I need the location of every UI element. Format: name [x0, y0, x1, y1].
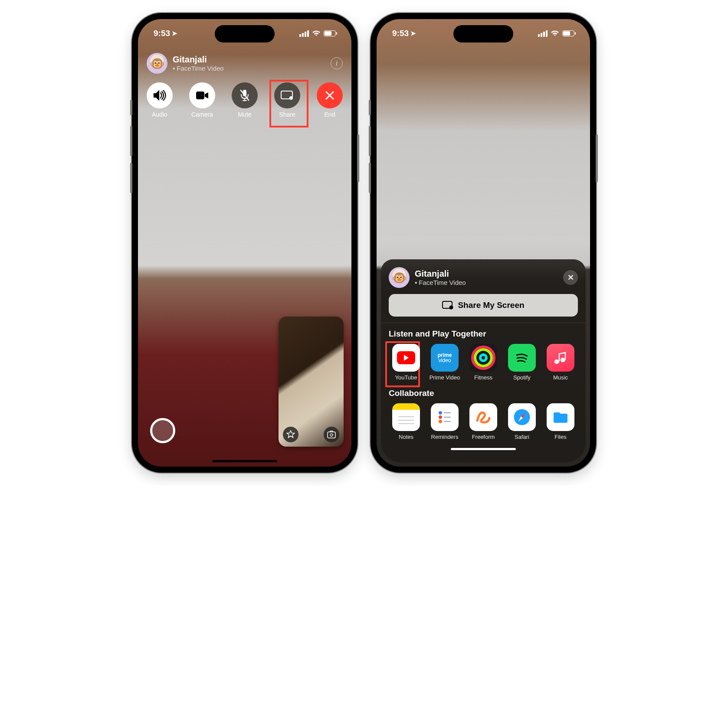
fitness-icon[interactable] — [469, 344, 497, 372]
svg-point-14 — [439, 415, 442, 419]
screen-left: 9:53 ➤ 🐵 Gitanjali ▪ FaceTime Video i — [138, 19, 351, 467]
freeform-label: Freeform — [472, 434, 495, 440]
volume-up[interactable] — [369, 126, 371, 156]
call-type: FaceTime Video — [419, 279, 466, 286]
video-icon: ▪ — [415, 279, 417, 286]
audio-label: Audio — [152, 111, 167, 118]
safari-label: Safari — [515, 434, 529, 440]
video-icon: ▪ — [173, 65, 175, 72]
cellular-icon — [299, 30, 309, 37]
music-icon[interactable] — [547, 344, 574, 372]
camera-button[interactable] — [189, 82, 215, 108]
cellular-icon — [538, 30, 548, 37]
power-button[interactable] — [357, 134, 359, 182]
svg-point-9 — [449, 306, 453, 310]
reminders-label: Reminders — [431, 434, 459, 440]
divider — [381, 323, 586, 323]
mute-label: Mute — [238, 111, 251, 118]
home-indicator[interactable] — [212, 460, 277, 462]
status-time: 9:53 — [154, 29, 170, 38]
collab-apps-row: Notes Reminders Freeform — [389, 403, 578, 440]
notes-label: Notes — [399, 434, 413, 440]
call-controls: Audio Camera Mute Share — [147, 82, 343, 118]
effects-button[interactable] — [283, 427, 298, 442]
silent-switch[interactable] — [369, 100, 371, 115]
home-indicator[interactable] — [451, 448, 516, 450]
avatar[interactable]: 🐵 — [147, 53, 167, 74]
call-type: FaceTime Video — [177, 65, 223, 72]
self-view[interactable] — [279, 317, 344, 447]
listen-apps-row: YouTube primevideo Prime Video Fitness S… — [389, 344, 578, 381]
svg-rect-7 — [328, 432, 335, 438]
freeform-icon[interactable] — [469, 403, 497, 431]
wifi-icon — [551, 30, 559, 36]
collab-section-title: Collaborate — [389, 389, 578, 398]
end-button[interactable] — [317, 82, 343, 108]
screen-right: 9:53 ➤ 🐵 Gitanjali ▪ FaceTime Video — [377, 19, 590, 467]
svg-point-13 — [439, 411, 442, 415]
caller-name: Gitanjali — [415, 269, 466, 279]
share-my-screen-label: Share My Screen — [458, 301, 524, 310]
camera-label: Camera — [191, 111, 213, 118]
files-icon[interactable] — [547, 403, 574, 431]
listen-section-title: Listen and Play Together — [389, 329, 578, 339]
music-label: Music — [553, 374, 568, 381]
youtube-icon[interactable] — [392, 344, 420, 372]
avatar[interactable]: 🐵 — [389, 267, 410, 288]
svg-point-12 — [562, 358, 565, 362]
volume-down[interactable] — [369, 163, 371, 193]
share-sheet: 🐵 Gitanjali ▪ FaceTime Video ✕ Share My … — [381, 259, 586, 462]
silent-switch[interactable] — [130, 100, 132, 115]
fitness-label: Fitness — [474, 374, 492, 381]
svg-point-11 — [556, 360, 559, 363]
volume-down[interactable] — [130, 163, 132, 193]
spotify-icon[interactable] — [508, 344, 536, 372]
mute-button[interactable] — [232, 82, 258, 108]
shutter-button[interactable] — [150, 418, 175, 443]
svg-rect-0 — [196, 91, 204, 99]
prime-label: Prime Video — [430, 374, 460, 381]
call-header: 🐵 Gitanjali ▪ FaceTime Video i — [147, 53, 343, 74]
highlight-share — [269, 80, 308, 127]
safari-icon[interactable] — [508, 403, 536, 431]
volume-up[interactable] — [130, 126, 132, 156]
share-my-screen-button[interactable]: Share My Screen — [389, 294, 578, 317]
battery-icon — [562, 30, 574, 36]
end-label: End — [325, 111, 335, 118]
spotify-label: Spotify — [513, 374, 531, 381]
location-icon: ➤ — [410, 29, 416, 37]
reminders-icon[interactable] — [431, 403, 459, 431]
audio-button[interactable] — [147, 82, 173, 108]
dynamic-island — [453, 25, 513, 42]
close-button[interactable]: ✕ — [563, 270, 578, 285]
location-icon: ➤ — [172, 29, 177, 37]
status-time: 9:53 — [392, 29, 409, 38]
svg-point-15 — [439, 420, 442, 423]
battery-icon — [324, 30, 336, 36]
files-label: Files — [554, 434, 566, 440]
wifi-icon — [312, 30, 321, 36]
phone-left: 9:53 ➤ 🐵 Gitanjali ▪ FaceTime Video i — [132, 13, 357, 473]
phone-right: 9:53 ➤ 🐵 Gitanjali ▪ FaceTime Video — [371, 13, 596, 473]
caller-name: Gitanjali — [173, 55, 224, 65]
flip-camera-button[interactable] — [324, 427, 339, 442]
prime-video-icon[interactable]: primevideo — [431, 344, 459, 372]
power-button[interactable] — [596, 134, 598, 182]
notes-icon[interactable] — [392, 403, 420, 431]
dynamic-island — [215, 25, 275, 42]
info-icon[interactable]: i — [331, 57, 343, 69]
